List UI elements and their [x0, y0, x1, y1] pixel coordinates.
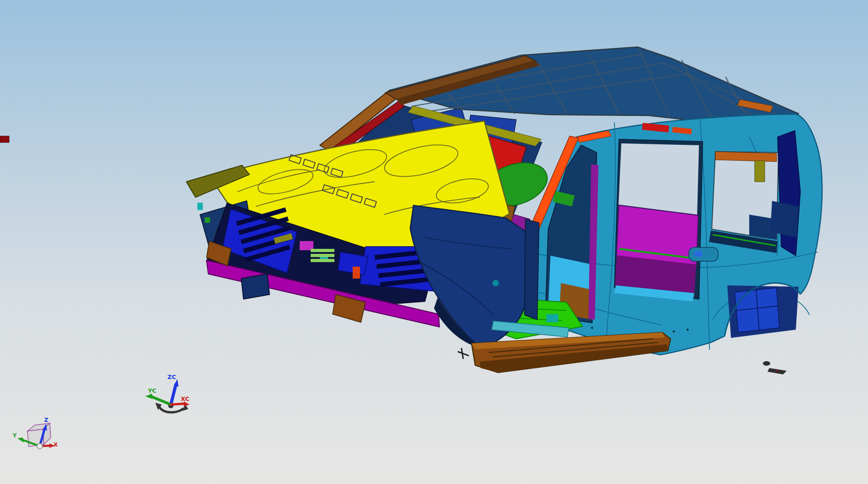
- model-canvas[interactable]: ZC YC XC Z Y X: [0, 0, 868, 484]
- floor-teal-box: [546, 314, 558, 322]
- window-bracket-orange[interactable]: [715, 152, 777, 162]
- window-bracket-olive[interactable]: [755, 161, 765, 182]
- wcs-y-label: YC: [148, 387, 157, 394]
- small-red-part[interactable]: [0, 136, 9, 142]
- green-accent: [205, 217, 210, 223]
- tow-bracket[interactable]: [241, 274, 270, 299]
- tailgate-inner-panel: [770, 201, 799, 237]
- wcs-z-label: ZC: [168, 374, 176, 380]
- handle-recess[interactable]: [689, 247, 718, 261]
- fender-hole: [492, 280, 499, 286]
- teal-accent: [197, 203, 203, 210]
- small-part-red-dot: [776, 370, 778, 372]
- wcs-x-axis[interactable]: [171, 404, 185, 405]
- handle-latch: [694, 251, 703, 257]
- hinge-pillar[interactable]: [524, 219, 539, 320]
- abs-origin-sphere[interactable]: [37, 443, 42, 449]
- rear-seat-magenta[interactable]: [617, 205, 698, 265]
- rear-door-window-opening: [619, 143, 699, 215]
- cad-viewport[interactable]: ZC YC XC Z Y X: [0, 0, 868, 484]
- wcs-x-label: XC: [180, 395, 189, 402]
- rear-door-opening[interactable]: [614, 139, 703, 301]
- abs-y-label: Y: [12, 432, 17, 439]
- small-part-a[interactable]: [763, 361, 770, 366]
- abs-x-label: X: [53, 442, 58, 448]
- rear-wheel-arch[interactable]: [725, 283, 800, 338]
- door-handle[interactable]: [689, 247, 718, 261]
- abs-z-label: Z: [44, 417, 48, 423]
